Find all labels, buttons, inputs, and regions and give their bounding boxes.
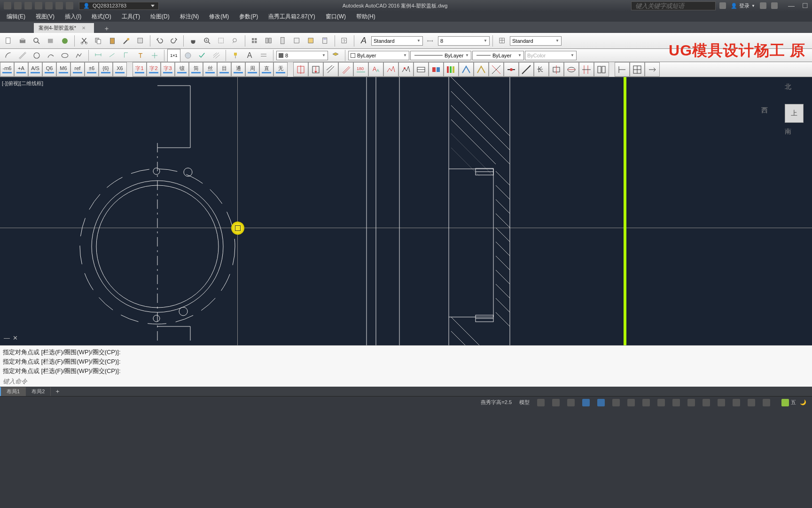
cbtn-ref[interactable]: ref <box>70 62 85 77</box>
print-icon[interactable] <box>16 34 29 48</box>
cbtn-tool-16[interactable] <box>519 62 534 77</box>
minimize-button[interactable]: — <box>788 2 795 9</box>
menu-yanxiu[interactable]: 燕秀工具箱2.87(Y) <box>264 12 320 22</box>
zoom-window-icon[interactable] <box>215 34 228 48</box>
publish-icon[interactable] <box>44 34 57 48</box>
arc-icon[interactable] <box>2 49 15 62</box>
drawing-viewport[interactable]: [-][俯视][二维线框] <box>0 77 812 345</box>
cbtn-tool-22[interactable] <box>615 62 630 77</box>
paint-icon[interactable] <box>229 49 242 62</box>
close-tab-icon[interactable]: ✕ <box>82 25 86 31</box>
design-center-icon[interactable] <box>262 34 275 48</box>
ime-icon[interactable] <box>781 399 789 406</box>
circle-icon[interactable] <box>30 49 43 62</box>
polyline-icon[interactable] <box>72 49 86 62</box>
menu-modify[interactable]: 修改(M) <box>204 12 234 22</box>
cbtn-xiang[interactable]: 镶 <box>175 62 189 77</box>
add-layout-tab[interactable]: ＋ <box>51 387 64 396</box>
quickcalc-icon[interactable] <box>319 34 332 48</box>
add-document-tab[interactable]: ＋ <box>100 24 114 33</box>
color-dropdown[interactable]: ByLayer▼ <box>348 51 409 60</box>
redo-icon[interactable] <box>167 34 180 48</box>
cbtn-tool-14[interactable] <box>489 62 504 77</box>
status-transparency-icon[interactable] <box>642 399 650 406</box>
menu-view[interactable]: 视图(V) <box>31 12 59 22</box>
signin-button[interactable]: 👤 登录 ▼ <box>731 2 755 9</box>
copy-icon[interactable] <box>92 34 105 48</box>
status-annotation-icon[interactable] <box>672 399 680 406</box>
cbtn-as[interactable]: A/S <box>28 62 42 77</box>
cbtn-tong[interactable]: 筒 <box>189 62 203 77</box>
app-menu-icon[interactable] <box>4 2 11 9</box>
paste-icon[interactable] <box>106 34 119 48</box>
layer-manager-icon[interactable] <box>329 49 342 62</box>
cbtn-tool-13[interactable] <box>474 62 489 77</box>
qat-new-icon[interactable] <box>14 2 22 9</box>
status-clean-screen-icon[interactable] <box>748 399 755 406</box>
status-annotation-monitor-icon[interactable] <box>703 399 710 406</box>
layer-dropdown[interactable]: 8▼ <box>276 51 328 60</box>
cbtn-tool-10[interactable] <box>429 62 444 77</box>
table-style-icon[interactable] <box>496 34 509 48</box>
qat-redo-icon[interactable] <box>55 2 63 9</box>
block-editor-icon[interactable] <box>134 34 147 48</box>
help-icon[interactable] <box>771 2 778 9</box>
dim-style-dropdown[interactable]: 8▼ <box>438 36 490 46</box>
undo-icon[interactable] <box>153 34 166 48</box>
status-selection-cycling-icon[interactable] <box>657 399 665 406</box>
cbtn-wu[interactable]: 无 <box>273 62 288 77</box>
viewcube-top-face[interactable]: 上 <box>785 104 804 123</box>
status-ortho-icon[interactable] <box>567 399 575 406</box>
check-icon[interactable] <box>195 49 209 62</box>
cbtn-tool-23[interactable] <box>630 62 645 77</box>
qq-contact-box[interactable]: 👤 QQ283123783 <box>79 2 159 10</box>
status-osnap-icon[interactable] <box>597 399 605 406</box>
cbtn-tool-08[interactable] <box>398 62 414 77</box>
menu-tools[interactable]: 工具(T) <box>117 12 145 22</box>
menu-draw[interactable]: 绘图(D) <box>146 12 174 22</box>
cbtn-m6-minus[interactable]: -m6 <box>0 62 14 77</box>
infocenter-icon[interactable] <box>719 2 726 9</box>
menu-window[interactable]: 窗口(W) <box>321 12 351 22</box>
cbtn-tool-15[interactable] <box>504 62 519 77</box>
cbtn-zhou[interactable]: 周 <box>245 62 259 77</box>
status-lineweight-icon[interactable] <box>627 399 635 406</box>
cbtn-pm6[interactable]: ±6 <box>85 62 99 77</box>
viewcube-south[interactable]: 南 <box>785 127 791 136</box>
markup-icon[interactable] <box>304 34 318 48</box>
command-input[interactable] <box>3 376 809 387</box>
qat-plot-icon[interactable] <box>66 2 73 9</box>
command-window[interactable]: 指定对角点或 [栏选(F)/圈围(WP)/圈交(CP)]: 指定对角点或 [栏选… <box>0 345 812 387</box>
status-polar-icon[interactable] <box>582 399 590 406</box>
plotstyle-dropdown[interactable]: ByColor▼ <box>525 51 577 60</box>
menu-edit[interactable]: 编辑(E) <box>2 12 30 22</box>
ellipse-icon[interactable] <box>58 49 71 62</box>
qat-open-icon[interactable] <box>24 2 32 9</box>
cbtn-tool-04[interactable] <box>338 62 353 77</box>
cbtn-tong2[interactable]: 通 <box>231 62 245 77</box>
leader-icon[interactable] <box>257 49 270 62</box>
cut-icon[interactable] <box>78 34 91 48</box>
help-search-input[interactable] <box>631 1 716 10</box>
text-icon[interactable]: A <box>243 49 256 62</box>
status-snap-icon[interactable] <box>552 399 560 406</box>
properties-icon[interactable] <box>248 34 261 48</box>
status-model-space[interactable]: 模型 <box>516 398 532 407</box>
lineweight-dropdown[interactable]: ByLayer▼ <box>472 51 524 60</box>
cbtn-x6[interactable]: X6 <box>113 62 127 77</box>
cbtn-tool-09[interactable] <box>414 62 429 77</box>
cbtn-tool-12[interactable] <box>459 62 474 77</box>
cbtn-tool-11[interactable] <box>444 62 459 77</box>
hatch-icon[interactable] <box>210 49 223 62</box>
dim-text-icon[interactable]: T <box>134 49 147 62</box>
cbtn-tool-05[interactable]: 180 <box>353 62 368 77</box>
menu-format[interactable]: 格式(O) <box>87 12 116 22</box>
layout-tab[interactable]: 布局2 <box>26 387 51 396</box>
revision-cloud-icon[interactable] <box>181 49 195 62</box>
cbtn-tool-24[interactable] <box>645 62 660 77</box>
sheet-set-icon[interactable] <box>290 34 304 48</box>
match-properties-icon[interactable] <box>120 34 133 48</box>
cbtn-zi1[interactable]: 字1 <box>133 62 147 77</box>
help-button-icon[interactable]: ? <box>338 34 351 48</box>
status-isolate-icon[interactable] <box>718 399 725 406</box>
